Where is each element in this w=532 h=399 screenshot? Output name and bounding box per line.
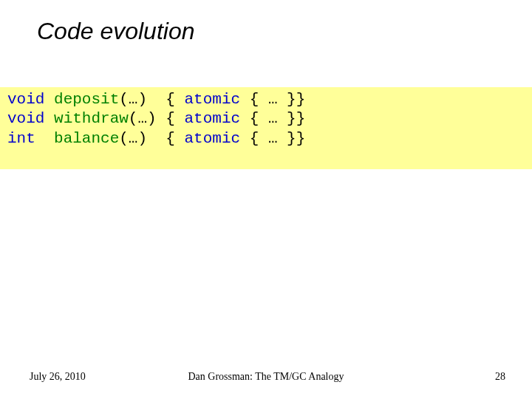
code-tail-1a: (…) {	[119, 91, 184, 108]
keyword-void-1: void	[7, 91, 44, 108]
fn-deposit: deposit	[54, 91, 119, 108]
footer-page-number: 28	[495, 371, 505, 383]
slide-title: Code evolution	[37, 18, 194, 45]
keyword-atomic-2: atomic	[184, 110, 240, 127]
fn-withdraw: withdraw	[54, 110, 129, 127]
space	[44, 91, 54, 108]
code-tail-2a: (…) {	[129, 110, 185, 127]
slide: Code evolution void deposit(…) { atomic …	[0, 0, 532, 399]
code-line-2: void withdraw(…) { atomic { … }}	[7, 109, 525, 129]
code-line-3: int balance(…) { atomic { … }}	[7, 129, 525, 149]
keyword-atomic-3: atomic	[184, 130, 240, 147]
code-line-1: void deposit(…) { atomic { … }}	[7, 90, 525, 109]
footer-author-title: Dan Grossman: The TM/GC Analogy	[188, 371, 344, 383]
footer-date: July 26, 2010	[30, 371, 86, 383]
fn-balance: balance	[54, 130, 119, 147]
space	[44, 110, 54, 127]
keyword-void-2: void	[7, 110, 44, 127]
code-tail-3a: (…) {	[119, 130, 184, 147]
keyword-atomic-1: atomic	[184, 91, 240, 108]
code-tail-3b: { … }}	[240, 130, 305, 147]
code-block: void deposit(…) { atomic { … }} void wit…	[0, 87, 532, 169]
keyword-int: int	[7, 130, 35, 147]
footer: July 26, 2010 Dan Grossman: The TM/GC An…	[0, 371, 532, 383]
code-tail-1b: { … }}	[240, 91, 305, 108]
space	[35, 130, 54, 147]
code-tail-2b: { … }}	[240, 110, 305, 127]
